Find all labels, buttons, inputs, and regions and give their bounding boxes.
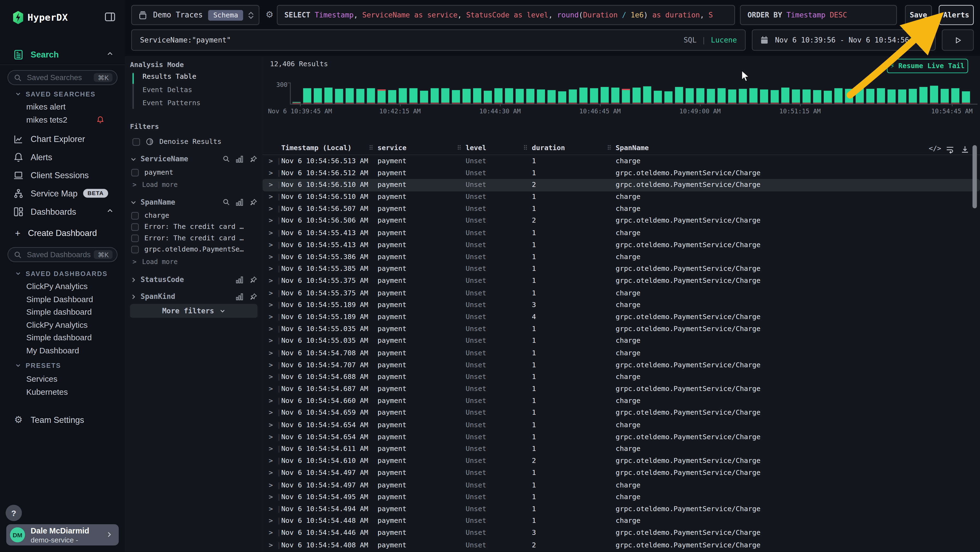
checkbox[interactable]: [131, 246, 139, 253]
saved-dashboards-heading[interactable]: SAVED DASHBOARDS: [15, 270, 108, 278]
table-row[interactable]: > | Nov 6 10:54:54.659 AM payment Unset …: [262, 407, 980, 419]
table-row[interactable]: > | Nov 6 10:54:55.035 AM payment Unset …: [262, 335, 980, 347]
expand-row-chevron-icon[interactable]: >: [269, 325, 273, 333]
table-row[interactable]: > | Nov 6 10:54:56.512 AM payment Unset …: [262, 167, 980, 179]
table-row[interactable]: > | Nov 6 10:54:54.446 AM payment Unset …: [262, 527, 980, 539]
column-grip-icon[interactable]: ⠿: [523, 144, 528, 151]
table-row[interactable]: > | Nov 6 10:54:54.611 AM payment Unset …: [262, 443, 980, 455]
preset-item[interactable]: Services: [26, 374, 57, 383]
filter-value-checkbox[interactable]: Error: The credit card …: [131, 234, 243, 242]
saved-search-item[interactable]: mikes tets2: [26, 115, 125, 124]
filter-group-spankind[interactable]: SpanKind: [130, 292, 258, 301]
time-range-picker[interactable]: Nov 6 10:39:56 - Nov 6 10:54:56: [752, 29, 935, 51]
expand-row-chevron-icon[interactable]: >: [269, 169, 273, 177]
load-more[interactable]: >Load more: [132, 181, 178, 188]
table-row[interactable]: > | Nov 6 10:54:54.497 AM payment Unset …: [262, 479, 980, 491]
denoise-results-checkbox[interactable]: Denoise Results: [132, 137, 221, 146]
expand-row-chevron-icon[interactable]: >: [269, 493, 273, 501]
column-grip-icon[interactable]: ⠿: [369, 144, 374, 151]
alerts-button[interactable]: Alerts: [939, 5, 974, 25]
table-row[interactable]: > | Nov 6 10:54:54.497 AM payment Unset …: [262, 467, 980, 479]
filter-value-checkbox[interactable]: grpc.oteldemo.PaymentSe…: [131, 245, 243, 254]
expand-row-chevron-icon[interactable]: >: [269, 313, 273, 321]
expand-row-chevron-icon[interactable]: >: [269, 433, 273, 441]
saved-dashboard-item[interactable]: ClickPy Analytics: [26, 281, 88, 291]
load-more[interactable]: >Load more: [132, 258, 178, 265]
table-row[interactable]: > | Nov 6 10:54:56.513 AM payment Unset …: [262, 155, 980, 167]
table-row[interactable]: > | Nov 6 10:54:56.510 AM payment Unset …: [262, 179, 980, 191]
saved-dashboard-item[interactable]: ClickPy Analytics: [26, 320, 88, 329]
bar-chart-icon[interactable]: [236, 198, 244, 206]
expand-row-chevron-icon[interactable]: >: [269, 541, 273, 549]
bar-chart-icon[interactable]: [236, 155, 244, 163]
column-grip-icon[interactable]: ⠿: [457, 144, 461, 151]
table-row[interactable]: > | Nov 6 10:54:54.687 AM payment Unset …: [262, 383, 980, 395]
table-row[interactable]: > | Nov 6 10:54:55.375 AM payment Unset …: [262, 287, 980, 299]
table-row[interactable]: > | Nov 6 10:54:56.506 AM payment Unset …: [262, 215, 980, 227]
chevron-down-icon[interactable]: [130, 199, 137, 206]
table-row[interactable]: > | Nov 6 10:54:55.035 AM payment Unset …: [262, 323, 980, 335]
bar-chart-icon[interactable]: [236, 292, 244, 300]
chevron-up-icon[interactable]: [106, 206, 114, 217]
create-dashboard-button[interactable]: + Create Dashboard: [0, 226, 125, 240]
sql-select-editor[interactable]: SELECT Timestamp, ServiceName as service…: [277, 5, 735, 25]
code-view-icon[interactable]: </>: [929, 144, 941, 153]
filter-value-checkbox[interactable]: Error: The credit card …: [131, 223, 243, 231]
saved-dashboard-item[interactable]: My Dashboard: [26, 346, 79, 355]
expand-row-chevron-icon[interactable]: >: [269, 445, 273, 453]
table-row[interactable]: > | Nov 6 10:54:56.507 AM payment Unset …: [262, 203, 980, 215]
chevron-down-icon[interactable]: [130, 156, 137, 163]
expand-row-chevron-icon[interactable]: >: [269, 505, 273, 513]
expand-row-chevron-icon[interactable]: >: [269, 517, 273, 525]
col-service[interactable]: service: [377, 144, 406, 152]
checkbox[interactable]: [132, 138, 140, 145]
expand-row-chevron-icon[interactable]: >: [269, 157, 273, 165]
expand-row-chevron-icon[interactable]: >: [269, 228, 273, 237]
saved-dashboard-item[interactable]: Simple Dashboard: [26, 294, 93, 303]
checkbox[interactable]: [131, 234, 139, 242]
analysis-mode-results-table[interactable]: Results Table: [142, 72, 196, 81]
bar-chart-icon[interactable]: [236, 276, 244, 284]
collapse-sidebar-icon[interactable]: [104, 11, 115, 25]
expand-row-chevron-icon[interactable]: >: [269, 301, 273, 309]
table-row[interactable]: > | Nov 6 10:54:54.495 AM payment Unset …: [262, 491, 980, 503]
saved-search-item[interactable]: mikes alert: [26, 102, 125, 111]
table-row[interactable]: > | Nov 6 10:54:55.385 AM payment Unset …: [262, 263, 980, 275]
user-menu[interactable]: DM Dale McDiarmid demo-service -: [6, 524, 119, 546]
download-icon[interactable]: [961, 145, 969, 156]
sidebar-item-team-settings[interactable]: ⚙ Team Settings: [0, 413, 125, 427]
more-filters-button[interactable]: More filters: [130, 304, 258, 318]
expand-row-chevron-icon[interactable]: >: [269, 181, 273, 189]
source-settings-gear-icon[interactable]: ⚙: [266, 9, 274, 19]
expand-row-chevron-icon[interactable]: >: [269, 469, 273, 477]
table-row[interactable]: > | Nov 6 10:54:54.688 AM payment Unset …: [262, 371, 980, 383]
table-row[interactable]: > | Nov 6 10:54:54.654 AM payment Unset …: [262, 431, 980, 443]
order-by-editor[interactable]: ORDER BY Timestamp DESC: [740, 5, 897, 25]
expand-row-chevron-icon[interactable]: >: [269, 457, 273, 465]
filter-value-checkbox[interactable]: charge: [131, 211, 169, 220]
col-level[interactable]: level: [466, 144, 486, 152]
chevron-up-icon[interactable]: [106, 49, 114, 60]
search-icon[interactable]: [223, 198, 230, 206]
help-button[interactable]: ?: [6, 505, 22, 521]
table-row[interactable]: > | Nov 6 10:54:54.707 AM payment Unset …: [262, 359, 980, 371]
preset-item[interactable]: Kubernetes: [26, 387, 68, 396]
expand-row-chevron-icon[interactable]: >: [269, 337, 273, 345]
expand-row-chevron-icon[interactable]: >: [269, 193, 273, 201]
expand-row-chevron-icon[interactable]: >: [269, 481, 273, 489]
saved-searches-heading[interactable]: SAVED SEARCHES: [15, 90, 95, 98]
expand-row-chevron-icon[interactable]: >: [269, 241, 273, 249]
sidebar-item-service-map[interactable]: Service MapBETA: [0, 187, 125, 200]
filter-group-statuscode[interactable]: StatusCode: [130, 275, 258, 284]
table-row[interactable]: > | Nov 6 10:54:54.654 AM payment Unset …: [262, 419, 980, 431]
sidebar-item-dashboards[interactable]: Dashboards: [0, 204, 125, 219]
expand-row-chevron-icon[interactable]: >: [269, 265, 273, 273]
pin-icon[interactable]: [249, 155, 258, 163]
filter-group-spanname[interactable]: SpanName: [130, 198, 258, 206]
sidebar-item-client-sessions[interactable]: Client Sessions: [0, 168, 125, 182]
expand-row-chevron-icon[interactable]: >: [269, 217, 273, 225]
expand-row-chevron-icon[interactable]: >: [269, 349, 273, 357]
table-row[interactable]: > | Nov 6 10:54:55.189 AM payment Unset …: [262, 311, 980, 323]
expand-row-chevron-icon[interactable]: >: [269, 385, 273, 393]
checkbox[interactable]: [131, 169, 139, 176]
